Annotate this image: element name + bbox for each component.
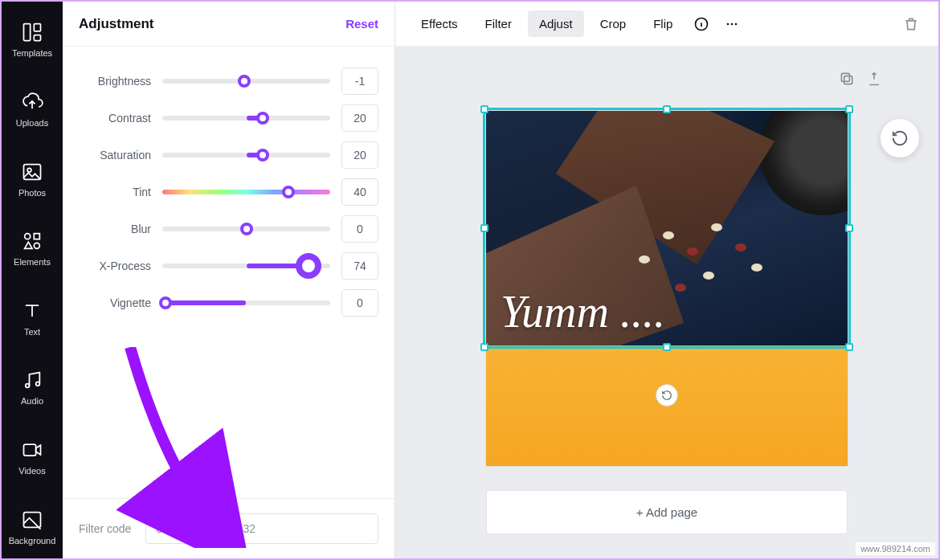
watermark: www.989214.com bbox=[856, 542, 935, 555]
svg-rect-6 bbox=[34, 234, 39, 239]
more-icon[interactable] bbox=[719, 11, 745, 37]
rail-uploads[interactable]: Uploads bbox=[2, 78, 63, 141]
uploads-icon bbox=[21, 91, 43, 113]
svg-point-13 bbox=[727, 22, 730, 25]
rail-label: Videos bbox=[18, 466, 45, 476]
slider-thumb[interactable] bbox=[296, 253, 321, 279]
slider-thumb[interactable] bbox=[238, 75, 251, 88]
slider-label: Saturation bbox=[79, 149, 151, 161]
slider-thumb[interactable] bbox=[256, 112, 269, 125]
trash-icon[interactable] bbox=[898, 11, 924, 37]
slider-track[interactable] bbox=[162, 116, 330, 121]
rail-text[interactable]: Text bbox=[2, 287, 63, 350]
selection-frame bbox=[483, 108, 851, 349]
slider-value[interactable]: 74 bbox=[341, 252, 378, 280]
templates-icon bbox=[21, 21, 43, 43]
toolbar-adjust[interactable]: Adjust bbox=[528, 10, 584, 37]
slider-label: Blur bbox=[79, 223, 151, 235]
slider-value[interactable]: 20 bbox=[341, 141, 378, 169]
side-rail: Templates Uploads Photos Elements Text A… bbox=[2, 2, 63, 558]
slider-brightness: Brightness-1 bbox=[79, 63, 378, 100]
svg-point-15 bbox=[735, 22, 738, 25]
slider-thumb[interactable] bbox=[282, 186, 295, 198]
rail-photos[interactable]: Photos bbox=[2, 147, 63, 211]
workspace: EffectsFilterAdjustCropFlip Yumm .... bbox=[395, 2, 938, 558]
rail-templates[interactable]: Templates bbox=[2, 8, 63, 72]
design-page[interactable]: Yumm .... bbox=[486, 111, 848, 466]
undo-float-button[interactable] bbox=[881, 119, 919, 157]
toolbar-flip[interactable]: Flip bbox=[642, 10, 684, 37]
adjustment-panel: Adjustment Reset Brightness-1Contrast20S… bbox=[63, 2, 395, 558]
svg-rect-10 bbox=[24, 444, 36, 456]
slider-saturation: Saturation20 bbox=[79, 137, 378, 174]
svg-point-5 bbox=[25, 234, 31, 239]
rail-label: Templates bbox=[12, 48, 52, 58]
duplicate-icon[interactable] bbox=[839, 71, 855, 87]
rail-background[interactable]: Background bbox=[2, 495, 63, 558]
slider-x-process: X-Process74 bbox=[79, 247, 378, 284]
toolbar-filter[interactable]: Filter bbox=[474, 10, 523, 37]
rail-label: Audio bbox=[21, 396, 43, 406]
export-icon[interactable] bbox=[866, 71, 882, 87]
elements-icon bbox=[21, 230, 43, 252]
svg-point-8 bbox=[26, 384, 30, 388]
rail-videos[interactable]: Videos bbox=[2, 426, 63, 489]
slider-track[interactable] bbox=[162, 264, 330, 268]
panel-title: Adjustment bbox=[79, 16, 154, 32]
slider-track[interactable] bbox=[162, 153, 330, 157]
photos-icon bbox=[21, 161, 43, 183]
toolbar-crop[interactable]: Crop bbox=[589, 10, 638, 37]
slider-value[interactable]: 20 bbox=[341, 104, 378, 132]
filter-code-input[interactable] bbox=[145, 513, 378, 544]
slider-value[interactable]: 0 bbox=[341, 289, 378, 317]
slider-thumb[interactable] bbox=[256, 149, 269, 161]
svg-rect-1 bbox=[34, 24, 40, 31]
slider-value[interactable]: -1 bbox=[341, 67, 378, 95]
svg-point-9 bbox=[36, 382, 40, 386]
filter-code-row: Filter code bbox=[63, 498, 394, 558]
slider-contrast: Contrast20 bbox=[79, 100, 378, 137]
panel-header: Adjustment Reset bbox=[63, 2, 394, 47]
image-toolbar: EffectsFilterAdjustCropFlip bbox=[395, 2, 938, 47]
slider-thumb[interactable] bbox=[159, 296, 172, 309]
rotate-handle[interactable] bbox=[656, 384, 678, 407]
rail-audio[interactable]: Audio bbox=[2, 356, 63, 419]
svg-rect-16 bbox=[844, 76, 852, 84]
svg-rect-17 bbox=[841, 73, 849, 81]
sliders-list: Brightness-1Contrast20Saturation20Tint40… bbox=[63, 47, 394, 329]
rail-elements[interactable]: Elements bbox=[2, 217, 63, 280]
slider-track[interactable] bbox=[162, 79, 330, 84]
svg-point-14 bbox=[731, 22, 734, 25]
slider-value[interactable]: 0 bbox=[341, 215, 378, 243]
svg-rect-2 bbox=[34, 35, 40, 41]
slider-track[interactable] bbox=[162, 227, 330, 231]
slider-track[interactable] bbox=[162, 300, 330, 305]
svg-point-7 bbox=[34, 243, 39, 249]
slider-label: Tint bbox=[79, 186, 151, 198]
toolbar-effects[interactable]: Effects bbox=[410, 10, 469, 37]
rail-label: Text bbox=[24, 327, 40, 337]
canvas-area[interactable]: Yumm .... + Add page bbox=[395, 47, 938, 558]
videos-icon bbox=[21, 439, 43, 461]
audio-icon bbox=[21, 369, 43, 391]
page-tools bbox=[839, 71, 882, 87]
slider-value[interactable]: 40 bbox=[341, 178, 378, 206]
slider-tint: Tint40 bbox=[79, 174, 378, 211]
slider-label: Contrast bbox=[79, 112, 151, 125]
add-page-button[interactable]: + Add page bbox=[486, 490, 848, 534]
reset-button[interactable]: Reset bbox=[345, 17, 378, 31]
filter-code-label: Filter code bbox=[79, 522, 131, 535]
slider-blur: Blur0 bbox=[79, 211, 378, 247]
slider-vignette: Vignette0 bbox=[79, 284, 378, 321]
slider-label: Vignette bbox=[79, 296, 151, 309]
info-icon[interactable] bbox=[689, 11, 714, 37]
rail-label: Background bbox=[9, 536, 56, 546]
text-icon bbox=[21, 300, 43, 322]
slider-label: X-Process bbox=[79, 260, 151, 272]
rail-label: Elements bbox=[14, 257, 51, 267]
slider-track[interactable] bbox=[162, 190, 330, 194]
slider-thumb[interactable] bbox=[240, 223, 253, 235]
rail-label: Photos bbox=[18, 188, 46, 198]
background-icon bbox=[21, 509, 43, 531]
svg-rect-0 bbox=[24, 24, 31, 41]
